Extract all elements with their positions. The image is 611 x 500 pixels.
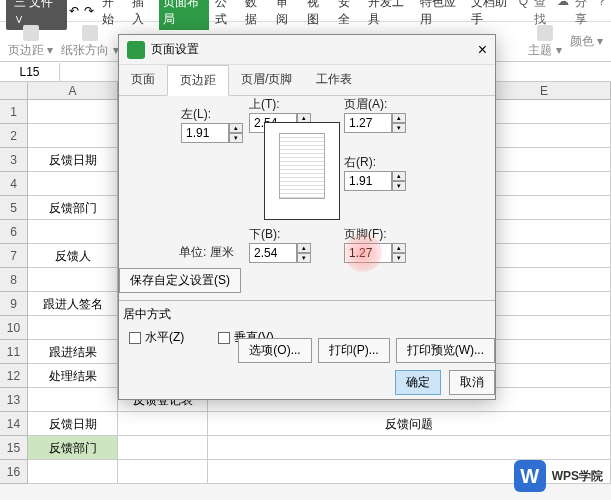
margins-button[interactable]: 页边距 ▾ (8, 25, 53, 59)
cell[interactable] (118, 412, 208, 436)
dlg-tab-headerfooter[interactable]: 页眉/页脚 (229, 65, 304, 95)
cell[interactable] (28, 100, 118, 124)
center-title: 居中方式 (119, 306, 175, 323)
cell[interactable] (118, 460, 208, 484)
cell[interactable] (208, 436, 611, 460)
col-a[interactable]: A (28, 82, 118, 99)
tab-insert[interactable]: 插入 (128, 0, 157, 30)
undo-icon[interactable]: ↶ (69, 4, 81, 18)
cell[interactable]: 跟进人签名 (28, 292, 118, 316)
themes-button[interactable]: 主题 ▾ (528, 25, 561, 59)
header-label: 页眉(A): (344, 97, 387, 111)
right-input[interactable] (344, 171, 392, 191)
tab-data[interactable]: 数据 (241, 0, 270, 30)
options-button[interactable]: 选项(O)... (238, 338, 311, 363)
footer-input[interactable] (344, 243, 392, 263)
header-input[interactable] (344, 113, 392, 133)
top-label: 上(T): (249, 97, 280, 111)
row-header[interactable]: 6 (0, 220, 28, 244)
left-input[interactable] (181, 123, 229, 143)
cancel-button[interactable]: 取消 (449, 370, 495, 395)
row-header[interactable]: 7 (0, 244, 28, 268)
row-header[interactable]: 9 (0, 292, 28, 316)
cell[interactable] (28, 460, 118, 484)
right-label: 右(R): (344, 155, 376, 169)
tab-review[interactable]: 审阅 (272, 0, 301, 30)
preview-button[interactable]: 打印预览(W)... (396, 338, 495, 363)
cell[interactable] (28, 124, 118, 148)
row-header[interactable]: 14 (0, 412, 28, 436)
page-preview (264, 122, 340, 220)
tab-special[interactable]: 特色应用 (416, 0, 465, 30)
col-e[interactable]: E (478, 82, 611, 99)
redo-icon[interactable]: ↷ (84, 4, 96, 18)
ok-button[interactable]: 确定 (395, 370, 441, 395)
row-header[interactable]: 16 (0, 460, 28, 484)
select-all-corner[interactable] (0, 82, 28, 99)
dlg-tab-margins[interactable]: 页边距 (167, 65, 229, 96)
cell[interactable] (28, 268, 118, 292)
row-header[interactable]: 5 (0, 196, 28, 220)
share-icon[interactable]: ☁ (557, 0, 569, 28)
tab-security[interactable]: 安全 (334, 0, 363, 30)
tab-dev[interactable]: 开发工具 (364, 0, 413, 30)
share-label: 分享 (575, 0, 592, 28)
row-header[interactable]: 1 (0, 100, 28, 124)
unit-label: 单位: (179, 245, 206, 259)
row-header[interactable]: 10 (0, 316, 28, 340)
cell[interactable]: 反馈部门 (28, 196, 118, 220)
cell[interactable]: 跟进结果 (28, 340, 118, 364)
print-button[interactable]: 打印(P)... (318, 338, 390, 363)
bottom-label: 下(B): (249, 227, 280, 241)
row-header[interactable]: 2 (0, 124, 28, 148)
help-icon[interactable]: ? (598, 0, 605, 28)
search-icon[interactable]: Q (519, 0, 528, 28)
close-icon[interactable]: × (478, 41, 487, 59)
save-custom-button[interactable]: 保存自定义设置(S) (119, 268, 241, 293)
tab-formula[interactable]: 公式 (211, 0, 240, 30)
name-box[interactable]: L15 (0, 63, 60, 81)
cell[interactable] (28, 172, 118, 196)
page-setup-dialog: 页面设置 × 页面 页边距 页眉/页脚 工作表 上(T): ▴▾ 页眉(A): … (118, 34, 496, 400)
tab-pagelayout[interactable]: 页面布局 (159, 0, 208, 30)
left-label: 左(L): (181, 107, 211, 121)
tab-dochelper[interactable]: 文档助手 (467, 0, 516, 30)
row-header[interactable]: 13 (0, 388, 28, 412)
row-header[interactable]: 8 (0, 268, 28, 292)
wps-logo-icon (127, 41, 145, 59)
cell[interactable]: 反馈问题 (208, 412, 611, 436)
search-label: 查找 (534, 0, 551, 28)
unit-value: 厘米 (210, 245, 234, 259)
row-header[interactable]: 12 (0, 364, 28, 388)
cell[interactable] (28, 316, 118, 340)
row-header[interactable]: 11 (0, 340, 28, 364)
cell[interactable] (118, 436, 208, 460)
cell[interactable]: 处理结果 (28, 364, 118, 388)
cell[interactable] (28, 388, 118, 412)
dlg-tab-page[interactable]: 页面 (119, 65, 167, 95)
cell[interactable]: 反馈日期 (28, 412, 118, 436)
row-header[interactable]: 15 (0, 436, 28, 460)
footer-label: 页脚(F): (344, 227, 387, 241)
orientation-button[interactable]: 纸张方向 ▾ (61, 25, 118, 59)
tab-view[interactable]: 视图 (303, 0, 332, 30)
row-header[interactable]: 3 (0, 148, 28, 172)
colors-button[interactable]: 颜色 ▾ (570, 33, 603, 50)
cell[interactable] (28, 220, 118, 244)
cell[interactable]: 反馈部门 (28, 436, 118, 460)
bottom-input[interactable] (249, 243, 297, 263)
cell[interactable]: 反馈人 (28, 244, 118, 268)
dialog-title: 页面设置 (151, 41, 199, 58)
dlg-tab-sheet[interactable]: 工作表 (304, 65, 364, 95)
wps-academy-logo: WWPS学院 (514, 460, 603, 492)
cell[interactable]: 反馈日期 (28, 148, 118, 172)
row-header[interactable]: 4 (0, 172, 28, 196)
horiz-checkbox[interactable]: 水平(Z) (129, 329, 184, 346)
